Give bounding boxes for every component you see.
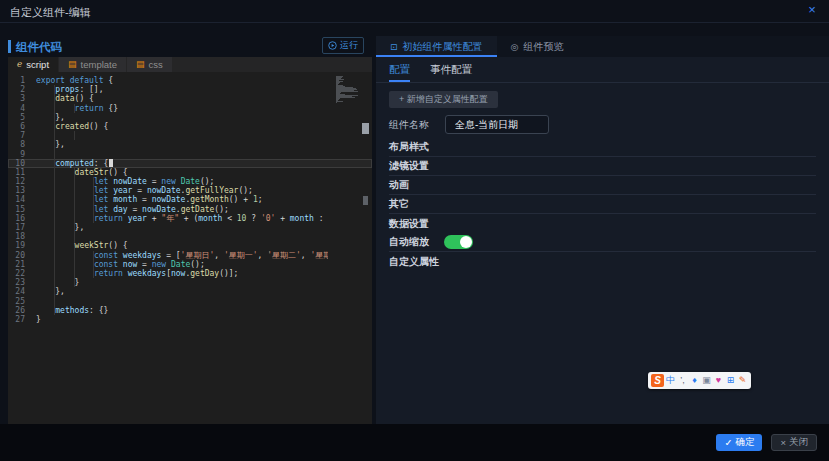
code-text: dateStr() { — [36, 168, 328, 177]
code-text: const weekdays = ['星期日', '星期一', '星期二', '… — [36, 251, 328, 260]
skin-icon[interactable]: ♥ — [713, 374, 724, 387]
indent-guide — [55, 260, 74, 269]
tab-initial-props-config[interactable]: ⊡初始组件属性配置 — [376, 36, 497, 57]
script-file-icon: ℯ — [17, 60, 22, 69]
code-line[interactable]: 1export default { — [8, 76, 372, 85]
code-line[interactable]: 8}, — [8, 140, 372, 149]
editor-scrollbar-thumb[interactable] — [362, 123, 369, 134]
code-line[interactable]: 16return year + "年" + (month < 10 ? '0' … — [8, 214, 372, 223]
line-number: 19 — [8, 241, 36, 250]
editor-tab-css[interactable]: ▤css — [127, 57, 172, 72]
code-line[interactable]: 19weekStr() { — [8, 241, 372, 250]
indent-guide — [75, 195, 94, 204]
editor-tab-label: css — [149, 59, 163, 70]
code-line[interactable]: 22return weekdays[now.getDay()]; — [8, 269, 372, 278]
close-button[interactable]: × 关闭 — [771, 434, 817, 451]
code-line[interactable]: 9 — [8, 150, 372, 159]
line-number: 23 — [8, 278, 36, 287]
code-text: let day = nowDate.getDate(); — [36, 205, 328, 214]
code-editor[interactable]: 1export default {2props: [],3data() {4re… — [8, 72, 372, 424]
toolbox-icon[interactable]: ⊞ — [725, 374, 736, 387]
custom-component-edit-dialog: 自定义组件-编辑 × 组件代码 运行 ℯscript▤template▤css … — [0, 0, 829, 461]
line-number: 22 — [8, 269, 36, 278]
line-number: 1 — [8, 76, 36, 85]
code-text — [36, 150, 328, 159]
code-line[interactable]: 12let nowDate = new Date(); — [8, 177, 372, 186]
indent-guide — [36, 251, 55, 260]
code-line[interactable]: 5}, — [8, 113, 372, 122]
code-line[interactable]: 20const weekdays = ['星期日', '星期一', '星期二',… — [8, 251, 372, 260]
code-line[interactable]: 23} — [8, 278, 372, 287]
close-button-label: 关闭 — [789, 436, 808, 449]
editor-tab-label: template — [81, 59, 117, 70]
emoji-icon[interactable]: ▣ — [701, 374, 712, 387]
code-line[interactable]: 15let day = nowDate.getDate(); — [8, 205, 372, 214]
section-row-layout-style[interactable]: 布局样式 — [389, 138, 816, 157]
code-line[interactable]: 17}, — [8, 223, 372, 232]
pen-icon[interactable]: ✎ — [737, 374, 748, 387]
code-line[interactable]: 4return {} — [8, 104, 372, 113]
section-row-other[interactable]: 其它 — [389, 195, 816, 214]
editor-minimap[interactable] — [336, 76, 358, 103]
indent-guide — [75, 177, 94, 186]
section-label: 动画 — [389, 178, 409, 192]
indent-guide — [55, 104, 74, 113]
component-name-input[interactable] — [445, 115, 549, 134]
section-row-animation[interactable]: 动画 — [389, 176, 816, 195]
editor-tab-script[interactable]: ℯscript — [8, 57, 58, 72]
line-number: 7 — [8, 131, 36, 140]
run-button[interactable]: 运行 — [322, 37, 364, 54]
indent-guide — [75, 251, 94, 260]
code-line[interactable]: 10computed: { — [8, 159, 372, 168]
mic-icon[interactable]: ♦ — [689, 374, 700, 387]
confirm-button[interactable]: ✓ 确定 — [716, 434, 762, 451]
code-line[interactable]: 6created() { — [8, 122, 372, 131]
code-line[interactable]: 7 — [8, 131, 372, 140]
code-line[interactable]: 21const now = new Date(); — [8, 260, 372, 269]
code-text: }, — [36, 223, 328, 232]
editor-scrollbar-thumb-secondary[interactable] — [363, 196, 368, 205]
properties-panel: ⊡初始组件属性配置◎组件预览 配置事件配置 + 新增自定义属性配置 组件名称 布… — [376, 36, 829, 424]
code-line[interactable]: 25 — [8, 297, 372, 306]
chinese-mode-icon[interactable]: 中 — [665, 374, 676, 387]
code-line[interactable]: 11dateStr() { — [8, 168, 372, 177]
section-label: 自动缩放 — [389, 235, 429, 249]
code-line[interactable]: 3data() { — [8, 94, 372, 103]
section-label: 数据设置 — [389, 217, 429, 231]
section-row-filter-settings[interactable]: 滤镜设置 — [389, 157, 816, 176]
indent-guide — [36, 186, 55, 195]
indent-guide — [36, 205, 55, 214]
code-text: } — [36, 315, 328, 324]
sub-tab-config[interactable]: 配置 — [389, 57, 410, 82]
section-row-auto-scale[interactable]: 自动缩放 — [389, 233, 816, 252]
code-line[interactable]: 18 — [8, 232, 372, 241]
code-text — [36, 297, 328, 306]
code-line[interactable]: 27} — [8, 315, 372, 324]
editor-tab-label: script — [26, 59, 49, 70]
line-number: 3 — [8, 94, 36, 103]
sogou-logo[interactable]: S — [651, 374, 664, 387]
indent-guide — [36, 278, 55, 287]
sub-tab-event-config[interactable]: 事件配置 — [430, 57, 472, 82]
editor-tab-template[interactable]: ▤template — [59, 57, 126, 72]
code-line[interactable]: 14let month = nowDate.getMonth() + 1; — [8, 195, 372, 204]
code-text — [36, 232, 328, 241]
code-line[interactable]: 13let year = nowDate.getFullYear(); — [8, 186, 372, 195]
code-line[interactable]: 24}, — [8, 287, 372, 296]
line-number: 15 — [8, 205, 36, 214]
punctuation-icon[interactable]: ’, — [677, 374, 688, 387]
add-custom-property-button[interactable]: + 新增自定义属性配置 — [389, 91, 498, 108]
section-row-custom-props[interactable]: 自定义属性 — [389, 252, 816, 271]
text-cursor — [109, 159, 113, 167]
line-number: 17 — [8, 223, 36, 232]
indent-guide — [36, 113, 55, 122]
auto-scale-toggle[interactable] — [444, 235, 473, 249]
dialog-close-icon[interactable]: × — [805, 3, 819, 17]
run-icon — [328, 41, 337, 50]
code-text: const now = new Date(); — [36, 260, 328, 269]
code-line[interactable]: 2props: [], — [8, 85, 372, 94]
tab-component-preview[interactable]: ◎组件预览 — [497, 36, 578, 57]
code-line[interactable]: 26methods: {} — [8, 306, 372, 315]
confirm-button-label: 确定 — [735, 436, 754, 449]
section-row-data-settings[interactable]: 数据设置 — [389, 214, 816, 233]
